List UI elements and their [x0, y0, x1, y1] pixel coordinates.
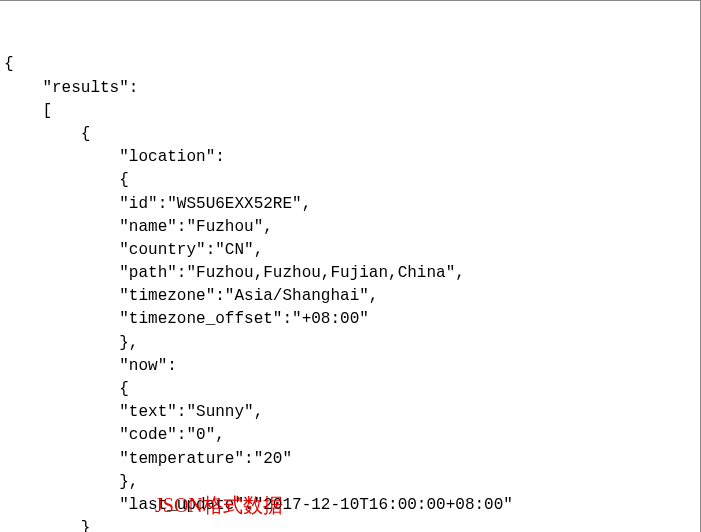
- json-text: { "results": [ { "location": { "id":"WS5…: [4, 53, 696, 532]
- json-code-block: { "results": [ { "location": { "id":"WS5…: [0, 1, 700, 532]
- annotation-label: JSON格式数据: [155, 491, 283, 520]
